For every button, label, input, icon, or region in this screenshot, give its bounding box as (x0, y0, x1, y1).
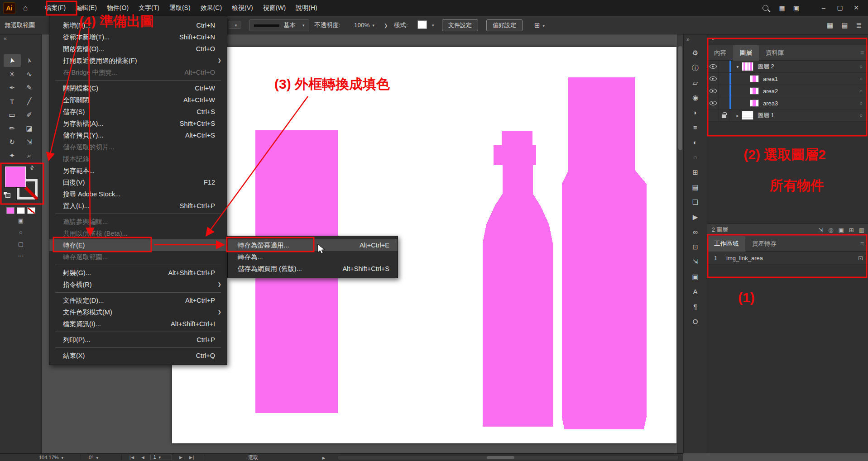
panel-opentype-button[interactable]: O (693, 317, 698, 326)
panel-graphic-styles-button[interactable]: ▤ (692, 183, 698, 191)
layer-row-area2[interactable]: area2 ○ (707, 85, 868, 97)
lock-toggle[interactable] (719, 61, 729, 72)
menu-item-document-setup[interactable]: 文件設定(D)... Alt+Ctrl+P (49, 295, 227, 306)
none-button[interactable] (27, 207, 35, 214)
panel-transform-button[interactable]: ▱ (693, 78, 698, 87)
layer-row-area3[interactable]: area3 ○ (707, 97, 868, 109)
panel-symbols-button[interactable]: ⊞ (692, 168, 698, 176)
menu-item-close[interactable]: 關閉檔案(C) Ctrl+W (49, 82, 227, 94)
locate-object-button[interactable]: ◎ (828, 227, 833, 233)
shaper-tool[interactable]: ✏ (4, 122, 21, 135)
panel-artboards-button[interactable]: ⊡ (692, 242, 698, 251)
workspace-switcher-button[interactable]: ▣ (793, 5, 799, 12)
artwork-bottle-large[interactable] (562, 77, 647, 429)
menu-item-invite-to-edit[interactable]: 邀請參與編輯... (49, 216, 227, 228)
snap-options-dropdown[interactable]: ⊞ (534, 16, 545, 35)
selection-tool[interactable]: ➤ (4, 54, 21, 67)
menubar-item-window[interactable]: 視窗(W) (258, 0, 291, 16)
rectangle-tool[interactable]: ▭ (4, 109, 21, 121)
panel-gradient-button[interactable]: ◗ (693, 108, 697, 117)
visibility-toggle[interactable] (707, 85, 719, 97)
panel-list-icon[interactable]: ≣ (856, 16, 862, 34)
arrange-documents-button[interactable]: ▦ (779, 5, 785, 12)
gradient-button[interactable] (17, 207, 25, 214)
draw-mode-behind-button[interactable]: ○ (19, 229, 23, 237)
pen-tool[interactable]: ✒ (4, 81, 21, 94)
grid-view-icon[interactable]: ▦ (827, 16, 833, 34)
menubar-item-help[interactable]: 說明(H) (291, 0, 322, 16)
rotation-dropdown[interactable]: 0° (89, 454, 98, 461)
tab-libraries[interactable]: 資料庫 (759, 45, 791, 61)
vertical-scrollbar[interactable] (677, 34, 683, 453)
color-button[interactable] (6, 207, 14, 214)
zoom-tool[interactable]: ⌕ (21, 149, 38, 162)
menu-item-save-as-template[interactable]: 另存範本... (49, 165, 227, 176)
zoom-level-dropdown[interactable]: 104.17% (39, 454, 63, 461)
search-icon[interactable] (762, 5, 768, 11)
edit-toolbar-button[interactable]: ⋯ (18, 252, 24, 260)
menu-item-version-history[interactable]: 版本記錄 (49, 153, 227, 165)
opacity-expander-chevron[interactable] (384, 16, 388, 35)
artboard-navigation-dropdown[interactable]: 1 (150, 455, 172, 460)
maximize-button[interactable]: ▢ (832, 0, 848, 16)
next-artboard-button[interactable]: ▶ (179, 454, 183, 461)
panel-asset-export-button[interactable]: ⇲ (692, 257, 698, 266)
panel-properties-button[interactable]: ⚙ (692, 48, 698, 57)
previous-artboard-button[interactable]: ◀ (141, 454, 145, 461)
opacity-value-dropdown[interactable]: 100% (354, 16, 374, 35)
make-clipping-mask-button[interactable]: ▣ (839, 227, 844, 233)
target-circle[interactable]: ○ (859, 64, 863, 69)
expand-chevron[interactable] (734, 64, 742, 69)
panel-swatches-button[interactable]: ▣ (692, 272, 698, 281)
panel-info-button[interactable]: ⓘ (692, 63, 699, 72)
menu-item-new-from-template[interactable]: 從範本新增(T)... Shift+Ctrl+N (49, 31, 227, 43)
menu-item-export-for-screens[interactable]: 轉存為螢幕適用... Alt+Ctrl+E (228, 239, 398, 251)
lock-toggle[interactable] (719, 85, 729, 97)
menu-item-file-info[interactable]: 檔案資訊(I)... Alt+Shift+Ctrl+I (49, 318, 227, 330)
layer-row-layer-2[interactable]: 圖層 2 ○ (707, 61, 868, 73)
rotate-tool[interactable]: ↻ (4, 136, 21, 148)
menu-item-exit[interactable]: 結束(X) Ctrl+Q (49, 350, 227, 361)
visibility-toggle[interactable] (707, 109, 719, 121)
layer-name[interactable]: area1 (763, 76, 859, 82)
lock-toggle[interactable] (719, 109, 729, 121)
menubar-item-type[interactable]: 文字(T) (134, 0, 164, 16)
menubar-item-view[interactable]: 檢視(V) (227, 0, 258, 16)
layer-name[interactable]: area2 (763, 88, 859, 95)
panel-stroke-button[interactable]: ≡ (693, 123, 697, 132)
close-button[interactable]: ✕ (848, 0, 864, 16)
tab-asset-export[interactable]: 資產轉存 (745, 236, 783, 252)
minimize-button[interactable]: – (815, 0, 832, 16)
preferences-button[interactable]: 偏好設定 (486, 19, 523, 31)
collect-for-export-button[interactable]: ⇲ (818, 227, 823, 233)
scale-tool[interactable]: ⇲ (21, 136, 38, 148)
menu-item-save-a-copy[interactable]: 儲存拷貝(Y)... Alt+Ctrl+S (49, 129, 227, 141)
delete-layer-button[interactable]: ▥ (859, 227, 864, 233)
tab-artboards[interactable]: 工作區域 (707, 236, 745, 252)
menu-item-save-as[interactable]: 另存新檔(A)... Shift+Ctrl+S (49, 118, 227, 129)
menu-item-new[interactable]: 新增(N)... Ctrl+N (49, 19, 227, 31)
horizontal-scrollbar[interactable] (337, 455, 679, 460)
panel-actions-button[interactable]: ▶ (693, 213, 698, 221)
swap-fill-stroke-icon[interactable] (29, 164, 36, 171)
menu-item-save-for-web-legacy[interactable]: 儲存為網頁用 (舊版)... Alt+Shift+Ctrl+S (228, 263, 398, 275)
menu-item-document-color-mode[interactable]: 文件色彩模式(M) (49, 306, 227, 318)
panel-links-button[interactable]: ∞ (693, 228, 698, 236)
type-tool[interactable]: T (4, 95, 21, 108)
style-swatch-dropdown[interactable] (417, 20, 427, 29)
menubar-item-effect[interactable]: 效果(C) (196, 0, 227, 16)
artboard-icon[interactable]: ⊡ (858, 255, 863, 261)
paintbrush-tool[interactable]: ✐ (21, 109, 38, 121)
horizontal-scrollbar-thumb[interactable] (487, 456, 514, 459)
artboard-row-1[interactable]: 1 img_link_area ⊡ (707, 252, 868, 265)
target-circle[interactable]: ○ (859, 76, 863, 81)
lasso-tool[interactable]: ∿ (21, 68, 38, 81)
layer-row-area1[interactable]: area1 ○ (707, 73, 868, 85)
curvature-tool[interactable]: ✎ (21, 81, 38, 94)
menu-item-open-recent[interactable]: 打開最近使用過的檔案(F) (49, 55, 227, 67)
style-caret-icon[interactable] (429, 16, 434, 35)
expand-chevron[interactable] (734, 113, 742, 118)
direct-selection-tool[interactable]: ➢ (21, 54, 38, 67)
screen-mode-button[interactable]: ▢ (18, 241, 24, 248)
menu-item-place[interactable]: 置入(L)... Shift+Ctrl+P (49, 200, 227, 212)
